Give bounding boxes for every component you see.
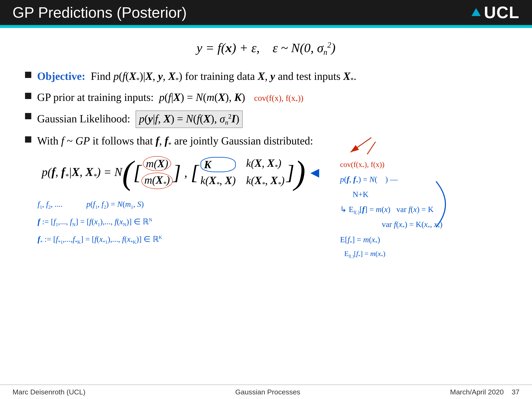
mean-vector: m(X) m(X*) <box>141 156 173 189</box>
hand-right-eflo: Ef(.)[f*] = m(x*) <box>344 247 486 261</box>
bullet-list: Objective: Find p(f(X*)|X, y, X*) for tr… <box>25 69 507 149</box>
logo-text: UCL <box>484 3 519 22</box>
hand-right-var: var f(x*) = K(x*, x*) <box>382 217 486 232</box>
right-arrow-icon: ◄ <box>308 164 322 181</box>
bullet-gp-prior: GP prior at training inputs: p(f|X) = N(… <box>25 90 507 105</box>
bullet-square-icon <box>25 93 31 99</box>
bullet-square-icon <box>25 136 31 143</box>
slide-title: GP Predictions (Posterior) <box>13 4 187 21</box>
footer-center: Gaussian Processes <box>235 388 300 396</box>
bullet-objective: Objective: Find p(f(X*)|X, y, X*) for tr… <box>25 69 507 84</box>
k-xstar-x: k(X*, X) <box>201 174 236 188</box>
bracket-right-2: ] <box>286 165 294 180</box>
objective-label: Objective: <box>37 70 85 82</box>
footer-left: Marc Deisenroth (UCL) <box>13 388 86 396</box>
outer-paren-left: ( <box>122 156 133 189</box>
logo-triangle-icon <box>471 8 481 16</box>
hand-right-exp: ↳ Ef(.)[f] = m(x) var f(x) = K <box>340 202 486 217</box>
k-xstar-xstar: k(X*, X*) <box>246 174 285 188</box>
K-circled: K <box>201 157 236 172</box>
objective-text: Find p(f(X*)|X, y, X*) for training data… <box>88 70 356 82</box>
outer-paren-right: ) <box>294 156 305 189</box>
hand-right-efstar: E[f*] = m(x*) <box>340 232 486 247</box>
joint-formula-block: p(f, f*|X, X*) = N ( [ m(X) m(X*) ] , [ … <box>25 155 507 247</box>
covariance-matrix: K k(X, X*) k(X*, X) k(X*, X*) <box>199 155 286 190</box>
bullet-square-icon <box>25 72 31 78</box>
equation-text: y = f(x) + ε, ε ~ N(0, σn2) <box>196 41 336 55</box>
likelihood-text: Gaussian Likelihood: p(y|f, X) = N(f(X),… <box>37 113 243 125</box>
accent-bar <box>0 25 532 28</box>
k-x-xstar: k(X, X*) <box>246 157 285 172</box>
bracket-left-1: [ <box>133 165 141 180</box>
red-annotation-cov: cov(f(x), f(x*)) <box>254 94 303 103</box>
bracket-right-1: ] <box>173 165 181 180</box>
joint-gaussian-text: With f ~ GP it follows that f, f* are jo… <box>37 135 313 147</box>
cov-annotation-bottom: cov(f(x*), f(x)) <box>340 157 486 172</box>
mx-star-circled: m(X*) <box>141 173 173 189</box>
bullet-square-icon <box>25 113 31 119</box>
bullet-joint-gaussian: With f ~ GP it follows that f, f* are jo… <box>25 134 507 149</box>
main-content: y = f(x) + ε, ε ~ N(0, σn2) Objective: F… <box>0 28 532 255</box>
logo: UCL <box>471 3 519 22</box>
hand-right-1: p(f, f*) = N( ) — <box>340 172 486 187</box>
header: GP Predictions (Posterior) UCL <box>0 0 532 25</box>
bracket-left-2: [ <box>191 165 199 180</box>
top-equation: y = f(x) + ε, ε ~ N(0, σn2) <box>25 40 507 57</box>
hand-right-nk: N+K <box>353 187 486 202</box>
bullet-likelihood: Gaussian Likelihood: p(y|f, X) = N(f(X),… <box>25 111 507 128</box>
handwritten-right-annotations: cov(f(x*), f(x)) p(f, f*) = N( ) — N+K ↳… <box>340 157 486 260</box>
footer: Marc Deisenroth (UCL) Gaussian Processes… <box>0 384 532 399</box>
mx-circled: m(X) <box>143 156 171 171</box>
footer-right: March/April 2020 37 <box>450 388 519 396</box>
likelihood-formula: p(y|f, X) = N(f(X), σn2I) <box>136 111 243 128</box>
formula-lhs: p(f, f*|X, X*) = N <box>42 165 122 180</box>
gp-prior-text: GP prior at training inputs: p(f|X) = N(… <box>37 91 248 103</box>
comma-separator: , <box>184 166 187 180</box>
